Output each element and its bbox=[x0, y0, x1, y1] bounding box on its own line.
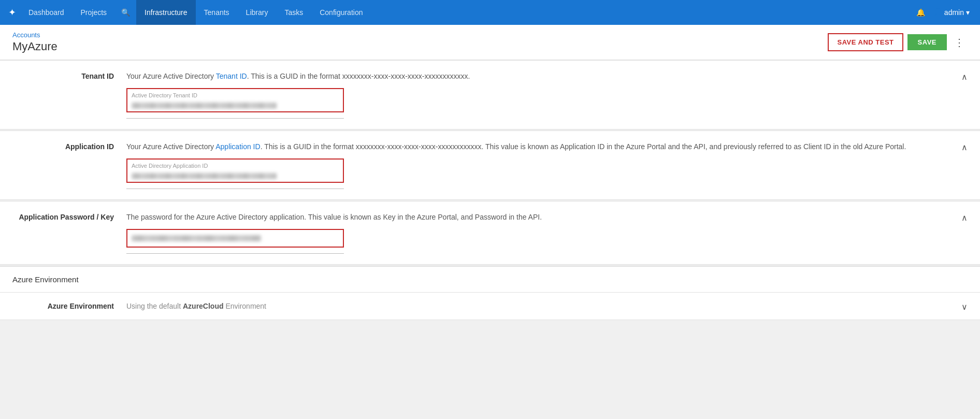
app-password-content: The password for the Azure Active Direct… bbox=[126, 212, 968, 254]
application-id-input-wrapper: Active Directory Application ID bbox=[126, 158, 344, 183]
blurred-value bbox=[132, 103, 277, 109]
save-button[interactable]: SAVE bbox=[907, 34, 947, 50]
page-content: Tenant ID Your Azure Active Directory Te… bbox=[0, 60, 980, 320]
nav-item-tenants[interactable]: Tenants bbox=[196, 0, 238, 25]
azure-environment-value-prefix: Using the default bbox=[126, 302, 183, 310]
tenant-id-link: Tenant ID bbox=[216, 72, 247, 80]
app-password-section: Application Password / Key The password … bbox=[0, 201, 980, 265]
user-menu[interactable]: 👤 admin ▾ bbox=[931, 8, 972, 17]
user-chevron-icon: ▾ bbox=[966, 8, 970, 17]
application-id-section: Application ID Your Azure Active Directo… bbox=[0, 131, 980, 200]
brand-logo: ✦ bbox=[8, 7, 16, 18]
azure-environment-field-label: Azure Environment bbox=[12, 302, 126, 310]
nav-item-infrastructure[interactable]: Infrastructure bbox=[136, 0, 195, 25]
notification-bell[interactable]: 🔔 bbox=[914, 8, 927, 17]
application-id-row: Application ID Your Azure Active Directo… bbox=[0, 131, 980, 199]
tenant-id-label: Tenant ID bbox=[12, 71, 126, 80]
user-avatar: 👤 bbox=[933, 8, 942, 17]
azure-environment-row: Azure Environment Using the default Azur… bbox=[0, 293, 980, 320]
nav-right-area: 🔔 👤 admin ▾ bbox=[914, 8, 972, 17]
tenant-id-input-wrapper: Active Directory Tenant ID bbox=[126, 88, 344, 112]
top-navigation: ✦ Dashboard Projects 🔍 Infrastructure Te… bbox=[0, 0, 980, 25]
application-id-label: Application ID bbox=[12, 141, 126, 151]
nav-item-search[interactable]: 🔍 bbox=[115, 0, 136, 25]
app-password-description: The password for the Azure Active Direct… bbox=[126, 212, 968, 223]
application-id-input-label: Active Directory Application ID bbox=[132, 163, 208, 169]
more-icon: ⋮ bbox=[954, 36, 964, 49]
breadcrumb[interactable]: Accounts bbox=[12, 31, 57, 39]
breadcrumb-area: Accounts MyAzure bbox=[12, 31, 57, 53]
tenant-id-section: Tenant ID Your Azure Active Directory Te… bbox=[0, 60, 980, 129]
tenant-id-content: Your Azure Active Directory Tenant ID. T… bbox=[126, 71, 968, 119]
application-id-content: Your Azure Active Directory Application … bbox=[126, 141, 968, 189]
tenant-id-underline bbox=[126, 118, 344, 119]
bell-icon: 🔔 bbox=[916, 8, 925, 17]
azure-environment-expand-icon[interactable]: ∨ bbox=[961, 302, 968, 312]
nav-item-configuration[interactable]: Configuration bbox=[311, 0, 371, 25]
azure-environment-value-suffix: Environment bbox=[224, 302, 266, 310]
tenant-id-input-label: Active Directory Tenant ID bbox=[132, 92, 197, 98]
nav-item-dashboard[interactable]: Dashboard bbox=[20, 0, 73, 25]
azure-environment-section-header: Azure Environment bbox=[0, 266, 980, 293]
save-and-test-button[interactable]: SAVE AND TEST bbox=[828, 33, 903, 51]
application-id-blurred-value bbox=[132, 173, 277, 179]
application-id-collapse-icon[interactable]: ∧ bbox=[961, 142, 968, 152]
nav-items: Dashboard Projects 🔍 Infrastructure Tena… bbox=[20, 0, 914, 25]
nav-item-library[interactable]: Library bbox=[238, 0, 277, 25]
app-password-input-wrapper bbox=[126, 229, 344, 248]
app-password-collapse-icon[interactable]: ∧ bbox=[961, 213, 968, 223]
azure-environment-value-bold: AzureCloud bbox=[183, 302, 224, 310]
nav-item-projects[interactable]: Projects bbox=[73, 0, 116, 25]
tenant-id-collapse-icon[interactable]: ∧ bbox=[961, 72, 968, 82]
application-id-link: Application ID bbox=[215, 142, 260, 151]
application-id-underline bbox=[126, 189, 344, 189]
page-title: MyAzure bbox=[12, 40, 57, 53]
more-options-button[interactable]: ⋮ bbox=[951, 34, 968, 51]
azure-environment-value: Using the default AzureCloud Environment bbox=[126, 302, 266, 310]
application-id-description: Your Azure Active Directory Application … bbox=[126, 141, 968, 152]
tenant-id-description: Your Azure Active Directory Tenant ID. T… bbox=[126, 71, 968, 82]
search-icon: 🔍 bbox=[121, 8, 130, 17]
nav-item-tasks[interactable]: Tasks bbox=[276, 0, 311, 25]
logo-icon: ✦ bbox=[8, 7, 16, 18]
page-header: Accounts MyAzure SAVE AND TEST SAVE ⋮ bbox=[0, 25, 980, 60]
app-password-row: Application Password / Key The password … bbox=[0, 201, 980, 264]
app-password-underline bbox=[126, 253, 344, 254]
azure-environment-header-label: Azure Environment bbox=[12, 275, 79, 284]
header-actions: SAVE AND TEST SAVE ⋮ bbox=[828, 33, 968, 51]
tenant-id-row: Tenant ID Your Azure Active Directory Te… bbox=[0, 61, 980, 129]
user-label: admin bbox=[944, 8, 964, 17]
app-password-label: Application Password / Key bbox=[12, 212, 126, 221]
